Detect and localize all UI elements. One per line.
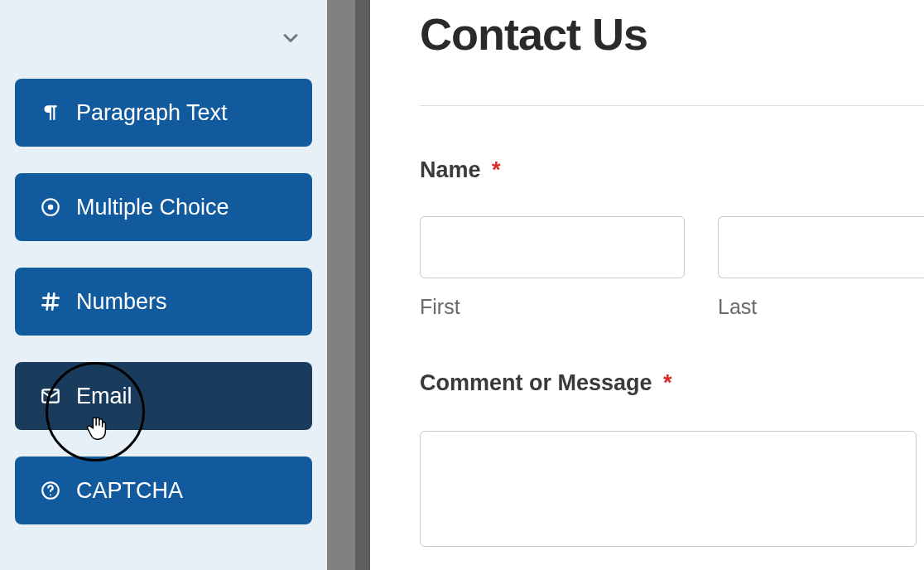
field-label: Numbers — [76, 289, 167, 315]
first-name-input[interactable] — [420, 216, 685, 278]
comment-label: Comment or Message * — [420, 370, 924, 396]
label-text: Comment or Message — [420, 370, 652, 395]
last-name-input[interactable] — [718, 216, 924, 278]
form-preview: Contact Us Name * First Last Comment or … — [370, 0, 924, 570]
name-label: Name * — [420, 157, 924, 183]
chevron-down-icon — [279, 27, 302, 53]
question-circle-icon — [40, 480, 76, 501]
field-multiple-choice[interactable]: Multiple Choice — [15, 173, 312, 241]
name-row: First Last — [420, 216, 924, 319]
divider — [420, 105, 924, 106]
svg-point-4 — [50, 495, 51, 496]
field-label: Paragraph Text — [76, 100, 228, 126]
field-label: Multiple Choice — [76, 195, 229, 220]
label-text: Name — [420, 157, 481, 182]
page-title: Contact Us — [420, 8, 924, 60]
field-paragraph-text[interactable]: Paragraph Text — [15, 79, 312, 147]
comment-textarea[interactable] — [420, 431, 917, 547]
pilcrow-icon — [40, 102, 76, 123]
field-numbers[interactable]: Numbers — [15, 268, 312, 336]
svg-point-1 — [48, 205, 54, 210]
field-label: CAPTCHA — [76, 478, 183, 504]
first-sublabel: First — [420, 295, 685, 319]
envelope-icon — [40, 385, 76, 407]
last-sublabel: Last — [718, 295, 924, 319]
field-email[interactable]: Email — [15, 362, 312, 430]
hash-icon — [40, 291, 76, 312]
required-asterisk: * — [663, 370, 672, 395]
section-collapse[interactable] — [15, 0, 312, 79]
field-label: Email — [76, 384, 132, 409]
panel-divider[interactable] — [327, 0, 370, 570]
radio-icon — [40, 196, 76, 218]
required-asterisk: * — [492, 157, 501, 182]
field-captcha[interactable]: CAPTCHA — [15, 456, 312, 524]
field-sidebar: Paragraph Text Multiple Choice Numbers E… — [0, 0, 327, 570]
